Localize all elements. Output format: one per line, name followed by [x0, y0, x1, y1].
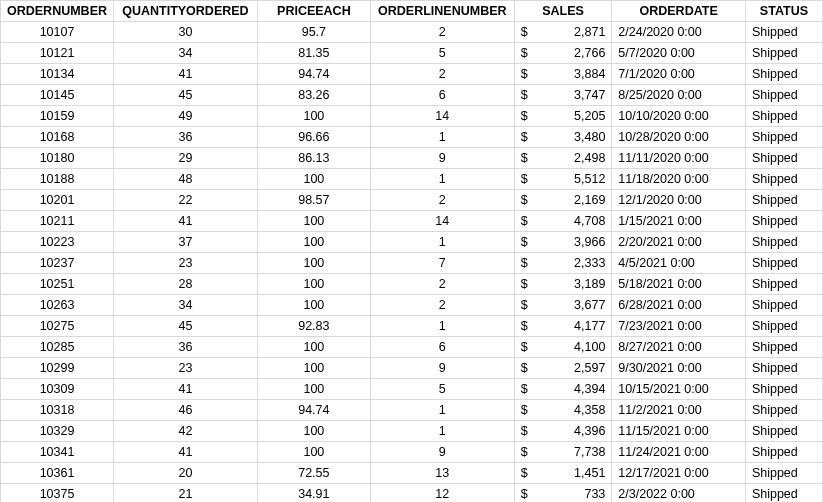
cell-quantityordered[interactable]: 45 [114, 316, 258, 337]
cell-ordernumber[interactable]: 10201 [1, 190, 114, 211]
table-row[interactable]: 101073095.72$2,8712/24/2020 0:00Shipped [1, 22, 823, 43]
cell-ordernumber[interactable]: 10145 [1, 85, 114, 106]
cell-status[interactable]: Shipped [745, 22, 822, 43]
cell-status[interactable]: Shipped [745, 358, 822, 379]
cell-priceeach[interactable]: 100 [257, 295, 370, 316]
cell-ordernumber[interactable]: 10159 [1, 106, 114, 127]
cell-sales[interactable]: $4,396 [514, 421, 612, 442]
cell-orderlinenumber[interactable]: 1 [370, 316, 514, 337]
table-row[interactable]: 102012298.572$2,16912/1/2020 0:00Shipped [1, 190, 823, 211]
cell-quantityordered[interactable]: 41 [114, 379, 258, 400]
cell-sales[interactable]: $2,597 [514, 358, 612, 379]
cell-orderdate[interactable]: 1/15/2021 0:00 [612, 211, 746, 232]
cell-sales[interactable]: $1,451 [514, 463, 612, 484]
cell-status[interactable]: Shipped [745, 127, 822, 148]
cell-quantityordered[interactable]: 34 [114, 43, 258, 64]
cell-ordernumber[interactable]: 10134 [1, 64, 114, 85]
cell-sales[interactable]: $4,100 [514, 337, 612, 358]
cell-sales[interactable]: $3,480 [514, 127, 612, 148]
cell-priceeach[interactable]: 98.57 [257, 190, 370, 211]
cell-orderlinenumber[interactable]: 1 [370, 400, 514, 421]
cell-orderdate[interactable]: 11/24/2021 0:00 [612, 442, 746, 463]
table-row[interactable]: 10237231007$2,3334/5/2021 0:00Shipped [1, 253, 823, 274]
cell-sales[interactable]: $4,394 [514, 379, 612, 400]
cell-sales[interactable]: $2,498 [514, 148, 612, 169]
table-row[interactable]: 103752134.9112$7332/3/2022 0:00Shipped [1, 484, 823, 503]
cell-orderlinenumber[interactable]: 1 [370, 232, 514, 253]
cell-sales[interactable]: $5,205 [514, 106, 612, 127]
cell-quantityordered[interactable]: 49 [114, 106, 258, 127]
cell-quantityordered[interactable]: 36 [114, 127, 258, 148]
cell-orderdate[interactable]: 6/28/2021 0:00 [612, 295, 746, 316]
cell-status[interactable]: Shipped [745, 463, 822, 484]
table-row[interactable]: 10251281002$3,1895/18/2021 0:00Shipped [1, 274, 823, 295]
cell-quantityordered[interactable]: 41 [114, 64, 258, 85]
cell-quantityordered[interactable]: 37 [114, 232, 258, 253]
table-row[interactable]: 101344194.742$3,8847/1/2020 0:00Shipped [1, 64, 823, 85]
col-header-orderdate[interactable]: ORDERDATE [612, 1, 746, 22]
cell-orderlinenumber[interactable]: 12 [370, 484, 514, 503]
cell-orderlinenumber[interactable]: 2 [370, 190, 514, 211]
cell-priceeach[interactable]: 100 [257, 337, 370, 358]
cell-quantityordered[interactable]: 28 [114, 274, 258, 295]
cell-ordernumber[interactable]: 10285 [1, 337, 114, 358]
table-row[interactable]: 101594910014$5,20510/10/2020 0:00Shipped [1, 106, 823, 127]
cell-ordernumber[interactable]: 10309 [1, 379, 114, 400]
table-row[interactable]: 10341411009$7,73811/24/2021 0:00Shipped [1, 442, 823, 463]
cell-ordernumber[interactable]: 10223 [1, 232, 114, 253]
cell-status[interactable]: Shipped [745, 316, 822, 337]
col-header-sales[interactable]: SALES [514, 1, 612, 22]
cell-priceeach[interactable]: 100 [257, 211, 370, 232]
cell-priceeach[interactable]: 83.26 [257, 85, 370, 106]
cell-priceeach[interactable]: 86.13 [257, 148, 370, 169]
cell-orderlinenumber[interactable]: 9 [370, 442, 514, 463]
cell-ordernumber[interactable]: 10361 [1, 463, 114, 484]
cell-status[interactable]: Shipped [745, 442, 822, 463]
cell-orderdate[interactable]: 11/2/2021 0:00 [612, 400, 746, 421]
cell-quantityordered[interactable]: 34 [114, 295, 258, 316]
cell-quantityordered[interactable]: 41 [114, 442, 258, 463]
cell-orderdate[interactable]: 7/1/2020 0:00 [612, 64, 746, 85]
cell-quantityordered[interactable]: 30 [114, 22, 258, 43]
cell-sales[interactable]: $2,333 [514, 253, 612, 274]
cell-orderlinenumber[interactable]: 1 [370, 127, 514, 148]
cell-orderlinenumber[interactable]: 1 [370, 421, 514, 442]
cell-ordernumber[interactable]: 10180 [1, 148, 114, 169]
cell-orderlinenumber[interactable]: 5 [370, 379, 514, 400]
table-row[interactable]: 10223371001$3,9662/20/2021 0:00Shipped [1, 232, 823, 253]
cell-orderlinenumber[interactable]: 6 [370, 85, 514, 106]
cell-priceeach[interactable]: 100 [257, 358, 370, 379]
col-header-quantityordered[interactable]: QUANTITYORDERED [114, 1, 258, 22]
cell-orderdate[interactable]: 2/3/2022 0:00 [612, 484, 746, 503]
cell-sales[interactable]: $3,677 [514, 295, 612, 316]
table-row[interactable]: 101683696.661$3,48010/28/2020 0:00Shippe… [1, 127, 823, 148]
cell-orderdate[interactable]: 10/10/2020 0:00 [612, 106, 746, 127]
cell-ordernumber[interactable]: 10375 [1, 484, 114, 503]
cell-quantityordered[interactable]: 41 [114, 211, 258, 232]
cell-sales[interactable]: $4,177 [514, 316, 612, 337]
cell-ordernumber[interactable]: 10329 [1, 421, 114, 442]
table-row[interactable]: 103612072.5513$1,45112/17/2021 0:00Shipp… [1, 463, 823, 484]
cell-quantityordered[interactable]: 23 [114, 358, 258, 379]
cell-ordernumber[interactable]: 10107 [1, 22, 114, 43]
cell-priceeach[interactable]: 96.66 [257, 127, 370, 148]
cell-sales[interactable]: $2,766 [514, 43, 612, 64]
cell-status[interactable]: Shipped [745, 295, 822, 316]
cell-orderlinenumber[interactable]: 2 [370, 64, 514, 85]
cell-status[interactable]: Shipped [745, 421, 822, 442]
cell-priceeach[interactable]: 81.35 [257, 43, 370, 64]
cell-orderlinenumber[interactable]: 13 [370, 463, 514, 484]
cell-status[interactable]: Shipped [745, 274, 822, 295]
cell-orderdate[interactable]: 11/11/2020 0:00 [612, 148, 746, 169]
cell-priceeach[interactable]: 100 [257, 253, 370, 274]
cell-quantityordered[interactable]: 20 [114, 463, 258, 484]
cell-sales[interactable]: $4,358 [514, 400, 612, 421]
table-row[interactable]: 101213481.355$2,7665/7/2020 0:00Shipped [1, 43, 823, 64]
cell-quantityordered[interactable]: 29 [114, 148, 258, 169]
cell-sales[interactable]: $5,512 [514, 169, 612, 190]
cell-quantityordered[interactable]: 36 [114, 337, 258, 358]
cell-ordernumber[interactable]: 10188 [1, 169, 114, 190]
col-header-orderlinenumber[interactable]: ORDERLINENUMBER [370, 1, 514, 22]
cell-priceeach[interactable]: 72.55 [257, 463, 370, 484]
cell-orderlinenumber[interactable]: 7 [370, 253, 514, 274]
